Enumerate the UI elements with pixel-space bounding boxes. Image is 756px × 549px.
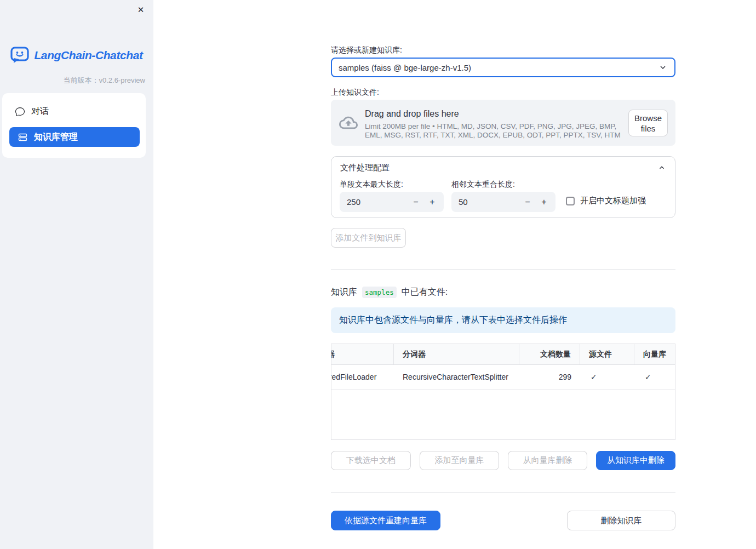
dropzone-title: Drag and drop files here [365,109,459,119]
increment-button[interactable]: + [424,197,440,207]
chatchat-logo-icon [10,47,29,64]
kb-files-table[interactable]: 文档加载器 分词器 文档数量 源文件 向量库 UnstructuredFileL… [331,344,675,440]
kb-select-value: samples (faiss @ bge-large-zh-v1.5) [339,63,658,72]
checkbox-box[interactable] [566,197,575,205]
knowledge-base-icon [18,133,27,142]
logo: LangChain-Chatchat [0,47,153,64]
kb-files-suffix: 中已有文件: [402,287,448,298]
version-value: v0.2.6-preview [99,76,145,84]
divider [331,492,675,493]
chevron-up-icon [657,163,666,172]
close-sidebar-icon[interactable]: ✕ [135,4,147,16]
add-to-vector-store-button[interactable]: 添加至向量库 [420,451,499,470]
file-config-expander[interactable]: 文件处理配置 单段文本最大长度: 相邻文本重合长度: 250 − + 50 − … [331,156,675,218]
cloud-upload-icon [339,113,358,132]
download-selected-button[interactable]: 下载选中文档 [331,451,411,470]
browse-files-button[interactable]: Browse files [628,110,668,136]
overlap-size-value[interactable]: 50 [459,197,519,207]
main-content: 请选择或新建知识库: samples (faiss @ bge-large-zh… [331,0,675,549]
kb-files-prefix: 知识库 [331,287,357,298]
zh-title-enhance-checkbox[interactable]: 开启中文标题加强 [566,196,646,206]
kb-select[interactable]: samples (faiss @ bge-large-zh-v1.5) [331,58,675,77]
cell-doc-count[interactable]: 299 [519,365,580,389]
column-header-vector-store[interactable]: 向量库 [634,344,675,364]
delete-from-kb-button[interactable]: 从知识库中删除 [596,451,675,470]
divider [331,269,675,270]
add-files-button[interactable]: 添加文件到知识库 [331,228,406,248]
chunk-size-input[interactable]: 250 − + [340,192,444,212]
dropzone-limit-text: Limit 200MB per file • HTML, MD, JSON, C… [365,122,628,140]
sidebar-item-label: 知识库管理 [34,131,78,143]
overlap-size-input[interactable]: 50 − + [451,192,555,212]
chunk-size-label: 单段文本最大长度: [340,180,403,190]
version-label: 当前版本： [63,76,99,84]
decrement-button[interactable]: − [408,197,424,207]
sidebar-item-label: 对话 [31,106,49,117]
kb-select-label: 请选择或新建知识库: [331,45,402,55]
sidebar-menu: 对话 知识库管理 [2,93,146,158]
chevron-down-icon [658,62,668,72]
overlap-size-label: 相邻文本重合长度: [451,180,515,190]
table-inner: 文档加载器 分词器 文档数量 源文件 向量库 UnstructuredFileL… [331,344,675,390]
kb-name-code: samples [362,287,397,298]
table-row[interactable]: UnstructuredFileLoader RecursiveCharacte… [331,365,675,390]
file-dropzone[interactable]: Drag and drop files here Limit 200MB per… [331,100,675,146]
logo-text: LangChain-Chatchat [34,49,142,62]
column-header-loader[interactable]: 文档加载器 [331,344,394,364]
column-header-splitter[interactable]: 分词器 [394,344,519,364]
version-text: 当前版本：v0.2.6-preview [63,76,145,85]
decrement-button[interactable]: − [519,197,536,207]
cell-loader[interactable]: UnstructuredFileLoader [331,365,394,389]
cell-source-file-check[interactable]: ✓ [580,365,634,389]
delete-kb-button[interactable]: 删除知识库 [567,511,675,530]
sidebar-item-dialogue[interactable]: 对话 [10,102,54,121]
column-header-source-file[interactable]: 源文件 [580,344,634,364]
sidebar-item-knowledge-base[interactable]: 知识库管理 [9,127,140,147]
increment-button[interactable]: + [536,197,552,207]
chat-icon [15,107,25,116]
kb-files-heading: 知识库 samples 中已有文件: [331,287,448,298]
cell-splitter[interactable]: RecursiveCharacterTextSplitter [394,365,519,389]
cell-vector-store-check[interactable]: ✓ [634,365,675,389]
checkbox-label: 开启中文标题加强 [580,196,646,206]
expander-title: 文件处理配置 [340,163,390,173]
chunk-size-value[interactable]: 250 [347,197,408,207]
app-window: ✕ LangChain-Chatchat 当前版本：v0.2.6-preview… [0,0,756,549]
column-header-doc-count[interactable]: 文档数量 [519,344,580,364]
sidebar: ✕ LangChain-Chatchat 当前版本：v0.2.6-preview… [0,0,153,549]
table-header: 文档加载器 分词器 文档数量 源文件 向量库 [331,344,675,365]
delete-from-vector-store-button[interactable]: 从向量库删除 [508,451,587,470]
upload-label: 上传知识文件: [331,88,379,98]
rebuild-vector-store-button[interactable]: 依据源文件重建向量库 [331,511,440,530]
info-banner: 知识库中包含源文件与向量库，请从下表中选择文件后操作 [331,307,675,333]
